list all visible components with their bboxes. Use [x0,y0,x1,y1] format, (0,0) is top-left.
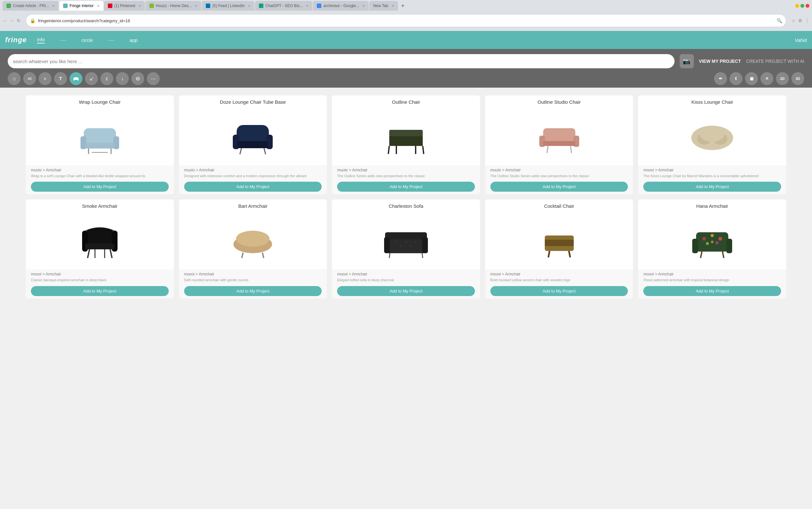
main-nav: info — circle — app [37,37,795,43]
view-pencil[interactable]: ✏ [714,72,727,85]
tab-create-article[interactable]: Create Article - FRI... ✕ [3,1,59,11]
tab-close-icon[interactable]: ✕ [306,4,308,8]
product-desc-kisss-lounge: The Kisss Lounge Chair by Marcel Wanders… [643,174,781,178]
view-2d[interactable]: 2D [776,72,789,85]
view-my-project-button[interactable]: VIEW MY PROJECT [699,59,741,64]
tab-archivisor[interactable]: archivisor - Google... ✕ [313,1,369,11]
svg-rect-44 [385,237,427,253]
view-euro[interactable]: € [730,72,742,85]
filter-all[interactable]: All [23,72,36,85]
product-image-smoke-armchair[interactable] [26,211,174,269]
product-image-bart-armchair[interactable] [179,211,327,269]
product-footer-bart-armchair: moooi > Armchair Soft rounded armchair w… [179,269,327,298]
svg-rect-25 [543,141,575,146]
tab-close-icon[interactable]: ✕ [392,4,394,8]
search-input-wrap[interactable] [8,54,674,68]
view-3d[interactable]: 3D [791,72,804,85]
add-to-project-button-bart-armchair[interactable]: Add to My Project [184,286,322,296]
tab-close-icon[interactable]: ✕ [97,4,100,8]
bookmark-icon[interactable]: ☆ [791,18,796,23]
filter-buttons: ⌂ All b T ↙ £ ↓ ⚙ ··· [8,72,160,85]
svg-rect-46 [384,237,390,253]
tab-close-icon[interactable]: ✕ [52,4,55,8]
tab-pinterest[interactable]: (1) Pinterest ✕ [104,1,145,11]
svg-line-36 [87,249,89,258]
tab-new[interactable]: New Tab ✕ [369,1,398,11]
tab-fringe-interior[interactable]: Fringe Interior ✕ [59,1,103,11]
filter-download[interactable]: ↓ [116,72,129,85]
view-x[interactable]: ✕ [761,72,773,85]
product-image-hana-armchair[interactable] [638,211,786,269]
product-image-cocktail-chair[interactable] [485,211,633,269]
logo[interactable]: fringe [5,36,27,44]
product-desc-charleston-sofa: Elegant tufted sofa in deep charcoal [337,278,475,282]
product-desc-outline-chair: The Outline Series adds new perspectives… [337,174,475,178]
filter-text[interactable]: T [54,72,67,85]
tab-label: archivisor - Google... [323,4,359,8]
add-to-project-button-smoke-armchair[interactable]: Add to My Project [31,286,169,296]
tab-label: Create Article - FRI... [13,4,49,8]
view-bar[interactable]: ▦ [745,72,758,85]
camera-icon: 📷 [682,57,691,65]
tab-close-icon[interactable]: ✕ [139,4,141,8]
product-desc-smoke-armchair: Classic baroque-inspired armchair in dee… [31,278,169,282]
svg-point-67 [711,241,713,243]
svg-line-15 [264,148,266,154]
camera-button[interactable]: 📷 [680,54,694,68]
product-brand-charleston-sofa: moooi > Armchair [337,272,475,276]
add-to-project-button-doze-lounge[interactable]: Add to My Project [184,182,322,192]
create-project-button[interactable]: CREATE PROJECT WITH AI [746,59,804,64]
back-button[interactable]: ← [3,18,7,23]
minimize-button[interactable] [795,4,799,8]
filter-money[interactable]: £ [101,72,113,85]
nav-item-info[interactable]: info [37,37,45,43]
product-image-doze-lounge[interactable] [179,107,327,165]
filter-b[interactable]: b [39,72,51,85]
add-to-project-button-wrap-lounge[interactable]: Add to My Project [31,182,169,192]
add-to-project-button-outline-studio[interactable]: Add to My Project [490,182,628,192]
user-name[interactable]: Vahid [795,37,807,43]
filter-chair[interactable] [70,72,82,85]
product-title-cocktail-chair: Cocktail Chair [485,199,633,211]
nav-item-circle[interactable]: circle [81,37,93,43]
product-image-kisss-lounge[interactable] [638,107,786,165]
filter-home[interactable]: ⌂ [8,72,21,85]
extensions-icon[interactable]: ⚙ [798,18,802,23]
filter-arrow[interactable]: ↙ [85,72,98,85]
add-to-project-button-outline-chair[interactable]: Add to My Project [337,182,475,192]
tab-close-icon[interactable]: ✕ [195,4,197,8]
chair-illustration-smoke-armchair [74,218,125,263]
product-image-outline-chair[interactable] [332,107,480,165]
filter-settings[interactable]: ⚙ [132,72,144,85]
tab-close-icon[interactable]: ✕ [248,4,251,8]
new-tab-button[interactable]: + [399,3,407,9]
filter-more[interactable]: ··· [147,72,160,85]
tab-bar: Create Article - FRI... ✕ Fringe Interio… [0,0,812,11]
product-desc-doze-lounge: Designed with extensive comfort and a mo… [184,174,322,178]
chair-illustration-hana-armchair [687,218,738,263]
product-image-outline-studio[interactable] [485,107,633,165]
nav-item-app[interactable]: app [130,37,138,43]
product-image-wrap-lounge[interactable] [26,107,174,165]
product-title-charleston-sofa: Charleston Sofa [332,199,480,211]
svg-rect-0 [74,77,78,80]
product-brand-bart-armchair: moooi > Armchair [184,272,322,276]
tab-close-icon[interactable]: ✕ [362,4,365,8]
close-button[interactable] [806,4,809,8]
menu-icon[interactable]: ⋮ [805,18,809,23]
tab-linkedin[interactable]: (5) Feed | LinkedIn ✕ [202,1,254,11]
search-icon[interactable]: 🔍 [777,18,782,23]
address-bar[interactable]: 🔒 fringeinterior.com/product/search?cate… [26,14,786,27]
add-to-project-button-cocktail-chair[interactable]: Add to My Project [490,286,628,296]
maximize-button[interactable] [801,4,804,8]
tab-houzz[interactable]: Houzz - Home Des... ✕ [146,1,201,11]
svg-line-37 [110,249,112,258]
forward-button[interactable]: → [10,18,14,23]
add-to-project-button-hana-armchair[interactable]: Add to My Project [643,286,781,296]
add-to-project-button-kisss-lounge[interactable]: Add to My Project [643,182,781,192]
product-image-charleston-sofa[interactable] [332,211,480,269]
add-to-project-button-charleston-sofa[interactable]: Add to My Project [337,286,475,296]
refresh-button[interactable]: ↻ [17,18,21,23]
tab-chatgpt[interactable]: ChatGPT - SEO Blo... ✕ [255,1,312,11]
search-input[interactable] [13,59,669,64]
